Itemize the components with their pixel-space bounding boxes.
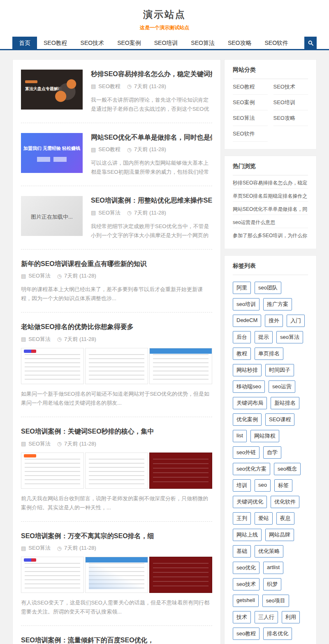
nav-item[interactable]: SEO培训	[148, 37, 185, 49]
hot-article-link[interactable]: 网站SEO优化不单单是做排名，同时	[233, 202, 308, 215]
clock-icon: ◷	[57, 441, 62, 446]
tag-link[interactable]: seo优化	[233, 562, 259, 574]
article-category-link[interactable]: SEO算法	[98, 209, 120, 217]
article-title[interactable]: 老站做SEO排名的优势比你想象得要多	[21, 322, 212, 331]
article-thumbnail[interactable]: 加盟我们 无需经验 轻松赚钱	[21, 133, 83, 173]
nav-item[interactable]: SEO攻略	[221, 37, 258, 49]
tag-link[interactable]: 新站排名	[271, 397, 299, 409]
nav-item[interactable]: SEO软件	[258, 37, 295, 49]
hot-article-link[interactable]: 参加了那么多SEO培训，为什么你还	[233, 228, 308, 241]
category-icon: ▤	[21, 336, 26, 342]
article-title[interactable]: 新年的SEO培训课程会重点有哪些新的知识	[21, 259, 212, 268]
article-category-link[interactable]: SEO算法	[28, 440, 50, 448]
tag-link[interactable]: 移动端seo	[233, 380, 265, 393]
tag-link[interactable]: 技术	[233, 611, 251, 623]
tag-link[interactable]: seo外链	[233, 446, 259, 459]
tag-link[interactable]: seo运营	[269, 380, 295, 393]
nav-item[interactable]: SEO技术	[74, 37, 111, 49]
article-item: 图片正在加载中... SEO培训案例：用整站优化思维来操作SEO首 ▤ SEO算…	[21, 186, 212, 250]
screenshot-panel	[149, 348, 212, 384]
tag-link[interactable]: 网站降权	[250, 430, 279, 442]
clock-icon: ◷	[57, 546, 62, 551]
tag-link[interactable]: 培训	[233, 479, 251, 492]
article-title[interactable]: SEO培训案例：关键词SEO秒排的核心，集中	[21, 427, 212, 436]
article-title[interactable]: 网站SEO优化不单单是做排名，同时也是做	[91, 133, 212, 142]
tag-link[interactable]: 网站上线	[233, 529, 262, 541]
tag-link[interactable]: seo	[255, 479, 271, 492]
article-title[interactable]: 秒排SEO容易掉排名怎么办，稳定关键词排	[91, 70, 212, 79]
tag-link[interactable]: getshell	[233, 595, 259, 607]
tag-link[interactable]: 时间因子	[265, 364, 294, 376]
tag-link[interactable]: 优化案例	[233, 413, 262, 426]
tag-link[interactable]: 关键词布局	[233, 397, 267, 409]
tag-link[interactable]: 单页排名	[255, 348, 283, 360]
category-link[interactable]: SEO算法	[233, 110, 268, 126]
tag-link[interactable]: 三人行	[255, 611, 278, 623]
category-link[interactable]: SEO教程	[233, 79, 268, 95]
tag-link[interactable]: 提示	[255, 331, 273, 343]
category-link[interactable]: SEO软件	[233, 126, 268, 142]
article-title[interactable]: SEO培训案例：用整站优化思维来操作SEO首	[91, 196, 212, 205]
tag-link[interactable]: 夜息	[276, 512, 294, 525]
nav-item[interactable]: 首页	[12, 37, 37, 49]
tag-link[interactable]: 爱站	[255, 512, 273, 525]
category-icon: ▤	[21, 546, 26, 551]
article-meta: ▤ SEO教程 ◷ 7天前 (11-28)	[91, 83, 212, 90]
tag-link[interactable]: 排名优化	[263, 628, 292, 640]
article-image-strip	[21, 557, 212, 593]
tag-link[interactable]: 网站品牌	[265, 529, 294, 541]
article-category-link[interactable]: SEO教程	[98, 83, 120, 90]
tag-link[interactable]: seo概念	[274, 463, 301, 475]
article-title[interactable]: SEO培训案例：流量倾斜下的百度SEO优化，	[21, 636, 212, 644]
tag-link[interactable]: artlist	[263, 562, 283, 574]
nav-item[interactable]: SEO算法	[184, 37, 221, 49]
tag-link[interactable]: 自学	[263, 446, 281, 459]
tag-link[interactable]: 基础	[233, 545, 251, 558]
tag-link[interactable]: seo项目	[262, 595, 289, 607]
screenshot-panel	[85, 557, 148, 593]
search-button[interactable]	[304, 37, 317, 49]
tag-link[interactable]: 网站秒排	[233, 364, 262, 376]
category-link[interactable]: SEO培训	[273, 95, 308, 110]
clock-icon: ◷	[127, 84, 132, 89]
nav-item[interactable]: SEO案例	[111, 37, 148, 49]
tag-link[interactable]: seo团队	[255, 282, 281, 294]
tag-link[interactable]: 关键词优化	[233, 496, 267, 508]
category-link[interactable]: SEO攻略	[273, 110, 308, 126]
article-title[interactable]: SEO培训案例：万变不离其宗的SEO排名，细	[21, 532, 212, 541]
hot-article-link[interactable]: 秒排SEO容易掉排名怎么办，稳定关	[233, 175, 308, 189]
tag-link[interactable]: SEO课程	[265, 413, 294, 426]
site-title[interactable]: 演示站点	[0, 8, 329, 21]
tag-link[interactable]: 优化策略	[255, 545, 283, 558]
nav-item[interactable]: SEO教程	[37, 37, 74, 49]
tag-link[interactable]: 教程	[233, 348, 251, 360]
hot-article-link[interactable]: 单页SEO排名后期稳定排名操作之长	[233, 189, 308, 202]
article-thumbnail[interactable]: 算法大盘点专题解读	[21, 70, 83, 110]
tag-link[interactable]: 标签	[274, 479, 292, 492]
widget-title: 热门浏览	[233, 156, 308, 175]
article-category-link[interactable]: SEO算法	[28, 272, 50, 280]
article-category-link[interactable]: SEO算法	[28, 336, 50, 343]
tag-link[interactable]: 织梦	[263, 578, 281, 590]
tag-link[interactable]: seo技术	[233, 578, 259, 590]
article-category-link[interactable]: SEO教程	[98, 146, 120, 153]
tag-link[interactable]: seo教程	[233, 628, 259, 640]
category-link[interactable]: SEO技术	[273, 79, 308, 95]
tag-link[interactable]: DedeCM	[233, 315, 261, 327]
tag-link[interactable]: seo算法	[276, 331, 303, 343]
tag-link[interactable]: seo优化方案	[233, 463, 270, 475]
tag-link[interactable]: 利用	[282, 611, 300, 623]
tag-link[interactable]: 优化软件	[271, 496, 299, 508]
tag-link[interactable]: seo培训	[233, 298, 259, 310]
tag-link[interactable]: 推广方案	[263, 298, 292, 310]
tag-link[interactable]: 入门	[287, 315, 305, 327]
article-category-link[interactable]: SEO算法	[28, 544, 50, 552]
tag-link[interactable]: 后台	[233, 331, 251, 343]
article-thumbnail[interactable]: 图片正在加载中...	[21, 196, 83, 236]
tag-link[interactable]: list	[233, 430, 247, 442]
tag-link[interactable]: 王判	[233, 512, 251, 525]
category-link[interactable]: SEO案例	[233, 95, 268, 110]
hot-article-link[interactable]: seo运营是什么意思	[233, 215, 308, 228]
tag-link[interactable]: 搜外	[265, 315, 283, 327]
tag-link[interactable]: 阿里	[233, 282, 251, 294]
